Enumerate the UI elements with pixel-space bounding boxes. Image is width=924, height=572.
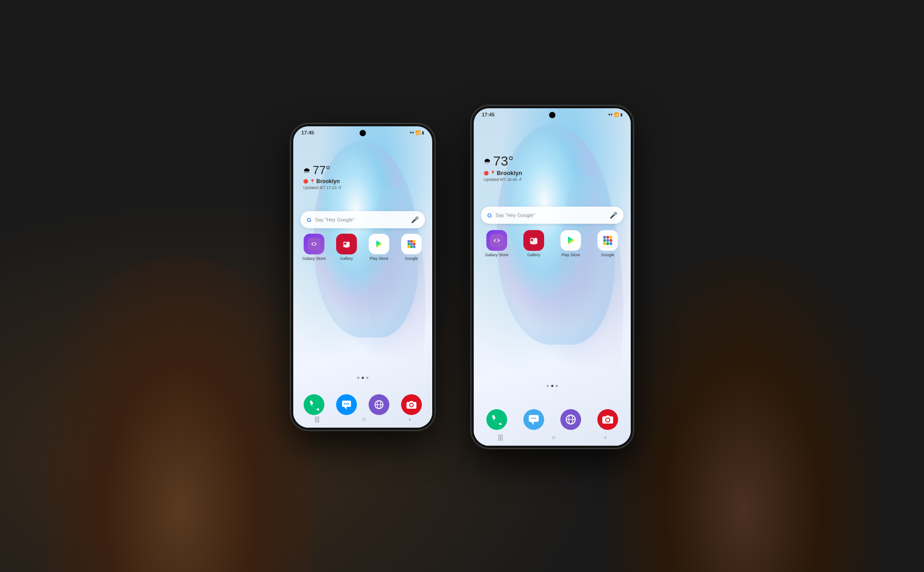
status-icons-large: ▾▾ 📶 ▮	[608, 112, 623, 117]
dock-phone-large[interactable]	[480, 409, 513, 430]
nav-home-small[interactable]: ○	[362, 415, 366, 423]
svg-point-40	[610, 239, 612, 242]
nav-recents-large[interactable]: |||	[498, 434, 503, 441]
app-gallery-small[interactable]: Gallery	[332, 234, 361, 261]
page-dot-2-small	[362, 377, 364, 379]
nav-home-large[interactable]: ○	[552, 434, 555, 441]
location-pin-large: 📍	[490, 171, 495, 175]
svg-point-14	[410, 245, 413, 248]
weather-temp-small: 77°	[313, 163, 330, 177]
svg-point-26	[410, 404, 413, 406]
dock-internet-icon-large	[560, 409, 581, 430]
app-google-large[interactable]: Google	[591, 230, 624, 257]
search-bar-small[interactable]: G Say "Hey Google" 🎤	[300, 211, 425, 228]
dock-camera-large[interactable]	[591, 409, 624, 430]
gallery-label-small: Gallery	[340, 256, 353, 261]
phone-small: 17:45 ▾▾ 📶 ▮ 🌧 77° 🔴 📍	[291, 124, 435, 430]
mic-icon-small[interactable]: 🎤	[411, 216, 419, 223]
camera-punch-hole-small	[360, 130, 366, 136]
page-dots-large	[547, 385, 558, 387]
page-dot-3-small	[366, 377, 369, 379]
signal-icon-small: 📶	[416, 130, 420, 135]
location-pin-small: 📍	[310, 179, 315, 184]
svg-point-41	[603, 242, 606, 245]
svg-point-10	[407, 243, 410, 245]
svg-point-56	[610, 417, 612, 419]
location-row-large: 🔴 📍 Brooklyn	[484, 170, 522, 176]
svg-point-3	[344, 243, 346, 245]
nav-bar-large: ||| ○ ‹	[474, 431, 631, 443]
svg-point-29	[495, 239, 499, 242]
svg-point-31	[531, 239, 533, 241]
dock-internet-large[interactable]	[554, 409, 587, 430]
weather-temp-large: 73°	[493, 153, 513, 169]
dock-camera-small[interactable]	[397, 394, 426, 415]
weather-condition-icon-small: 🌧	[303, 166, 310, 175]
location-name-small: Brooklyn	[316, 178, 340, 185]
app-google-small[interactable]: Google	[397, 234, 426, 261]
status-icons-small: ▾▾ 📶 ▮	[410, 130, 424, 135]
google-g-small: G	[307, 217, 311, 223]
phone-small-screen: 17:45 ▾▾ 📶 ▮ 🌧 77° 🔴 📍	[293, 126, 432, 428]
weather-updated-small: Updated 8/7 17:23 ↺	[303, 185, 342, 190]
app-gallery-large[interactable]: Gallery	[517, 230, 550, 257]
signal-icon-large: 📶	[614, 112, 619, 117]
battery-icon-large: ▮	[620, 112, 623, 117]
app-galaxy-store-small[interactable]: Galaxy Store	[300, 234, 328, 261]
fire-dot-large: 🔴	[484, 171, 489, 175]
svg-point-46	[531, 418, 533, 419]
dock-messages-small[interactable]	[332, 394, 361, 415]
nav-back-small[interactable]: ‹	[409, 415, 411, 423]
svg-point-7	[407, 240, 410, 243]
svg-point-36	[606, 236, 609, 239]
svg-rect-55	[606, 415, 610, 417]
search-placeholder-small: Say "Hey Google"	[315, 217, 407, 222]
google-icon-small	[401, 234, 422, 254]
page-dot-2-large	[551, 385, 554, 387]
svg-rect-27	[410, 401, 413, 403]
galaxy-store-icon-small	[304, 234, 324, 254]
page-dot-1-small	[357, 377, 360, 379]
dock-phone-icon-large	[486, 409, 507, 430]
svg-point-54	[606, 419, 610, 422]
svg-marker-45	[531, 422, 534, 425]
app-play-store-large[interactable]: Play Store	[554, 230, 587, 257]
app-grid-small: Galaxy Store Gallery	[293, 234, 432, 261]
play-store-label-large: Play Store	[561, 253, 580, 257]
dock-messages-icon-small	[336, 394, 357, 415]
weather-widget-large: 🌧 73° 🔴 📍 Brooklyn Updated 8/7 16:46 ↺	[484, 153, 522, 182]
nav-back-large[interactable]: ‹	[604, 434, 606, 441]
dock-phone-small[interactable]	[300, 394, 328, 415]
app-play-store-small[interactable]: Play Store	[365, 234, 393, 261]
nav-recents-small[interactable]: |||	[314, 415, 319, 423]
bottom-dock-large	[480, 409, 624, 430]
status-time-small: 17:45	[301, 130, 314, 135]
svg-point-47	[533, 418, 535, 419]
phone-large: 17:45 ▾▾ 📶 ▮ 🌧 73° 🔴 📍	[471, 106, 633, 448]
battery-icon-small: ▮	[422, 130, 424, 135]
mic-icon-large[interactable]: 🎤	[610, 212, 617, 219]
dock-messages-large[interactable]	[517, 409, 550, 430]
weather-condition-icon-large: 🌧	[484, 157, 491, 165]
phones-container: 17:45 ▾▾ 📶 ▮ 🌧 77° 🔴 📍	[291, 106, 633, 448]
svg-point-11	[410, 243, 413, 245]
play-store-icon-large	[560, 230, 581, 251]
phone-large-wrapper: 17:45 ▾▾ 📶 ▮ 🌧 73° 🔴 📍	[471, 106, 633, 448]
google-label-small: Google	[405, 256, 418, 261]
svg-marker-17	[344, 407, 346, 410]
play-store-label-small: Play Store	[370, 256, 388, 261]
dock-camera-icon-large	[597, 409, 618, 430]
location-row-small: 🔴 📍 Brooklyn	[303, 178, 342, 185]
galaxy-store-label-large: Galaxy Store	[485, 253, 508, 257]
page-dot-3-large	[556, 385, 558, 387]
weather-updated-large: Updated 8/7 16:46 ↺	[484, 177, 522, 182]
right-hand-bg	[608, 256, 879, 572]
svg-point-19	[346, 403, 347, 405]
svg-point-1	[313, 243, 315, 245]
weather-widget-small: 🌧 77° 🔴 📍 Brooklyn Updated 8/7 17:23 ↺	[303, 163, 342, 190]
dock-internet-small[interactable]	[365, 394, 393, 415]
galaxy-store-label-small: Galaxy Store	[302, 256, 326, 261]
phone-small-wrapper: 17:45 ▾▾ 📶 ▮ 🌧 77° 🔴 📍	[291, 124, 435, 430]
app-galaxy-store-large[interactable]: Galaxy Store	[480, 230, 513, 257]
search-bar-large[interactable]: G Say "Hey Google" 🎤	[481, 207, 624, 224]
